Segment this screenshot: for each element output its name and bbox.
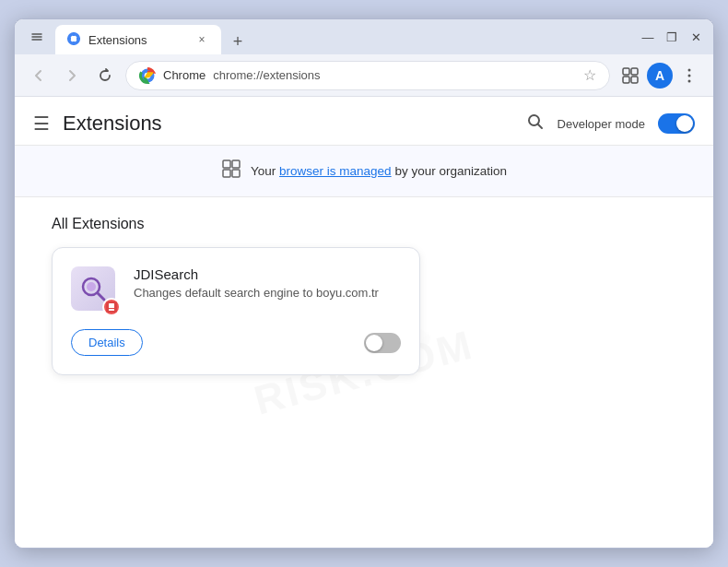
extension-toggle-knob <box>366 335 382 351</box>
tab-close-button[interactable]: × <box>194 31 210 48</box>
address-bar: Chrome chrome://extensions ☆ A <box>15 54 713 97</box>
svg-point-9 <box>688 74 691 77</box>
svg-rect-6 <box>623 77 629 83</box>
bookmark-star-icon[interactable]: ☆ <box>583 66 596 84</box>
extension-info: JDISearch Changes default search engine … <box>134 266 401 300</box>
hamburger-menu-icon[interactable]: ☰ <box>33 112 50 135</box>
extensions-toolbar-icon[interactable] <box>617 63 643 89</box>
header-left: ☰ Extensions <box>33 112 162 136</box>
minimize-button[interactable]: — <box>640 29 656 45</box>
toolbar-icons: A <box>617 63 702 89</box>
page-title: Extensions <box>63 112 162 136</box>
page-content: 🔍 RISK.COM ☰ Extensions Developer mode <box>15 97 713 548</box>
extension-name: JDISearch <box>134 266 401 282</box>
url-text: chrome://extensions <box>213 68 572 82</box>
developer-mode-toggle[interactable] <box>658 113 695 134</box>
managed-banner: Your browser is managed by your organiza… <box>15 146 713 197</box>
url-brand: Chrome <box>163 68 205 82</box>
managed-text-before: Your <box>251 164 279 178</box>
back-button[interactable] <box>26 63 52 89</box>
chrome-logo-icon <box>139 67 156 84</box>
extensions-body: All Extensions <box>15 197 713 394</box>
svg-rect-20 <box>109 303 114 308</box>
active-tab[interactable]: Extensions × <box>55 25 221 54</box>
managed-link[interactable]: browser is managed <box>279 164 392 178</box>
maximize-button[interactable]: ❐ <box>663 29 680 45</box>
extension-card: JDISearch Changes default search engine … <box>52 247 420 375</box>
reload-button[interactable] <box>92 63 118 89</box>
extension-card-bottom: Details <box>71 329 401 356</box>
tab-bar: Extensions × + <box>55 19 627 54</box>
svg-rect-12 <box>223 160 230 168</box>
svg-point-1 <box>71 35 77 41</box>
tab-list-button[interactable] <box>24 24 50 50</box>
extension-card-top: JDISearch Changes default search engine … <box>71 266 401 314</box>
managed-text: Your browser is managed by your organiza… <box>251 164 507 178</box>
title-bar: Extensions × + — ❐ ✕ <box>15 19 713 54</box>
svg-rect-14 <box>223 170 230 177</box>
developer-mode-label: Developer mode <box>558 117 645 131</box>
toggle-knob <box>676 115 693 132</box>
svg-rect-13 <box>232 160 240 168</box>
tab-title: Extensions <box>88 33 186 47</box>
chrome-menu-icon[interactable] <box>676 63 702 89</box>
extension-enable-toggle[interactable] <box>364 333 401 353</box>
browser-window: Extensions × + — ❐ ✕ <box>14 18 714 549</box>
new-tab-button[interactable]: + <box>225 29 251 54</box>
url-bar[interactable]: Chrome chrome://extensions ☆ <box>125 61 610 90</box>
tab-favicon <box>66 31 81 49</box>
svg-rect-7 <box>631 77 638 83</box>
managed-text-after: by your organization <box>392 164 507 178</box>
window-controls: — ❐ ✕ <box>640 29 704 45</box>
extension-description: Changes default search engine to boyu.co… <box>134 286 401 300</box>
all-extensions-heading: All Extensions <box>52 216 676 232</box>
profile-icon[interactable]: A <box>647 63 673 89</box>
svg-rect-5 <box>631 68 638 75</box>
extension-warning-badge <box>102 298 121 316</box>
svg-rect-4 <box>623 68 629 75</box>
extensions-header: ☰ Extensions Developer mode <box>15 97 713 146</box>
extension-icon-wrapper <box>71 266 119 314</box>
search-icon[interactable] <box>526 112 545 136</box>
svg-line-18 <box>98 293 104 300</box>
svg-rect-15 <box>232 170 240 177</box>
svg-rect-21 <box>109 309 114 311</box>
forward-button[interactable] <box>59 63 85 89</box>
svg-point-10 <box>688 79 691 82</box>
managed-icon <box>221 159 241 183</box>
svg-point-8 <box>688 68 691 71</box>
details-button[interactable]: Details <box>71 329 143 356</box>
close-button[interactable]: ✕ <box>687 29 704 45</box>
svg-point-17 <box>87 282 96 291</box>
header-right: Developer mode <box>526 112 695 136</box>
